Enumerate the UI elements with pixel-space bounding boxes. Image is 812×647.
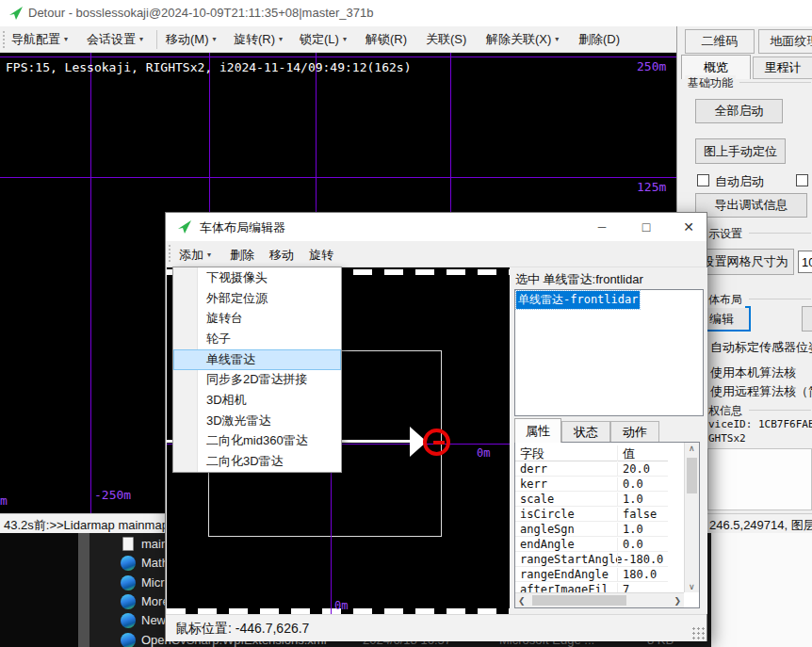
delete-button[interactable]: 删除 — [224, 245, 260, 265]
edge-browser-icon — [121, 575, 136, 590]
sensor-listbox[interactable]: 单线雷达-frontlidar — [514, 289, 704, 416]
rights-text: GHTSx2 — [708, 432, 746, 445]
map-label-neg250m: -250m — [94, 488, 131, 502]
tab-ground-texture[interactable]: 地面纹理导 — [758, 29, 812, 54]
statusbar-coords-text: 246.5,249714, 图层 — [709, 517, 812, 534]
listbox-selected-item[interactable]: 单线雷达-frontlidar — [516, 291, 640, 309]
caret-down-icon: ▾ — [207, 251, 211, 259]
minus-icon — [433, 441, 445, 445]
table-row[interactable]: kerr0.0 — [515, 477, 668, 492]
table-row[interactable]: derr20.0 — [515, 461, 668, 477]
resize-grip[interactable] — [691, 626, 705, 639]
gridline-h-250m — [0, 57, 676, 57]
menu-delete[interactable]: 删除(D) — [578, 31, 620, 48]
column-header: 值 — [617, 445, 635, 461]
start-all-button[interactable]: 全部启动 — [695, 99, 783, 123]
file-icon — [122, 537, 134, 551]
scrollbar-thumb[interactable] — [532, 595, 626, 606]
menu-item-wheel[interactable]: 轮子 — [173, 329, 341, 349]
scroll-left-icon[interactable]: ❮ — [518, 596, 526, 606]
menu-item-external-positioning[interactable]: 外部定位源 — [173, 288, 341, 309]
table-row[interactable]: rangeStartAngle-180.0 — [515, 552, 668, 567]
device-id-text: viceID: 1CB7F6FAB94 — [708, 418, 812, 430]
caret-down-icon: ▾ — [213, 35, 217, 43]
menu-item-2d-3d-lidar[interactable]: 二向化3D雷达 — [173, 451, 341, 472]
dialog-side-panel: 选中 单线雷达:frontlidar 单线雷达-frontlidar 属性 状态… — [510, 267, 707, 614]
remote-core-option[interactable]: 使用远程算法核（简 — [710, 383, 812, 400]
export-debug-button[interactable]: 导出调试信息 — [695, 193, 807, 218]
background-window-area — [711, 533, 812, 647]
close-button[interactable]: ✕ — [676, 216, 701, 238]
property-table[interactable]: 字段值 derr20.0 kerr0.0 scale1.0 isCirclefa… — [514, 442, 700, 608]
menu-nav-config[interactable]: 导航配置▾ — [11, 31, 68, 48]
table-row[interactable]: isCirclefalse — [515, 507, 668, 522]
menu-item-sync-2d-lidar[interactable]: 同步多2D雷达拼接 — [173, 370, 341, 391]
edge-browser-icon — [121, 556, 136, 571]
set-grid-size-button[interactable]: 设置网格尺寸为 — [696, 249, 794, 275]
selected-sensor-marker[interactable] — [423, 429, 450, 456]
map-hud-text: FPS:15, Lessokaji, RIGHTSx2, i2024-11-14… — [6, 60, 411, 74]
mouse-position-text: 鼠标位置: -446.7,626.7 — [175, 621, 309, 638]
scroll-up-icon[interactable]: ∧ — [689, 444, 695, 453]
statusbar-log-text: 43.2s前:>>Lidarmap mainmap — [4, 517, 169, 534]
menu-item-mid360-lidar[interactable]: 二向化mid360雷达 — [173, 431, 341, 452]
add-dropdown-menu: 下视摄像头 外部定位源 旋转台 轮子 单线雷达 同步多2D雷达拼接 3D相机 3… — [172, 267, 342, 473]
app-titlebar: Detour - bosslessokaji@2024-10-09T21:11:… — [0, 0, 812, 26]
axis-label-0m: 0m — [477, 446, 490, 460]
menu-item-3d-camera[interactable]: 3D相机 — [173, 390, 341, 411]
caret-down-icon: ▾ — [555, 35, 559, 43]
menu-unlock[interactable]: 解锁(R) — [365, 31, 407, 48]
menu-rotate[interactable]: 旋转(R)▾ — [234, 31, 283, 48]
scroll-right-icon[interactable]: ❯ — [674, 596, 681, 606]
column-header: 字段 — [520, 445, 544, 462]
scrollbar-thumb[interactable] — [687, 458, 697, 493]
table-vertical-scrollbar[interactable]: ∧ ∨ — [684, 443, 699, 592]
auto-start-label: 自动启动 — [715, 173, 764, 190]
tab-state[interactable]: 状态 — [561, 421, 610, 443]
menu-move[interactable]: 移动(M)▾ — [166, 31, 217, 48]
rotate-button[interactable]: 旋转 — [303, 245, 339, 265]
partial-button[interactable] — [802, 306, 812, 332]
menu-lock[interactable]: 锁定(L)▾ — [300, 31, 347, 48]
local-core-option[interactable]: 使用本机算法核 — [710, 364, 796, 381]
menu-link[interactable]: 关联(S) — [426, 31, 466, 48]
auto-start-checkbox[interactable] — [697, 174, 709, 186]
move-button[interactable]: 移动 — [264, 245, 300, 265]
tab-properties[interactable]: 属性 — [514, 418, 561, 443]
table-row[interactable]: angleSgn1.0 — [515, 522, 668, 537]
dialog-titlebar[interactable]: 车体布局编辑器 ─ □ ✕ — [166, 213, 706, 241]
table-row[interactable]: endAngle0.0 — [515, 537, 668, 552]
map-label-250m: 250m — [637, 59, 666, 73]
scroll-down-icon[interactable]: ∨ — [689, 582, 695, 591]
dialog-logo-icon — [177, 219, 192, 235]
manual-locate-button[interactable]: 图上手动定位 — [695, 138, 786, 164]
group-display-label: 示设置 — [706, 226, 745, 242]
second-checkbox[interactable] — [796, 174, 808, 186]
toolbar-grip[interactable] — [169, 245, 171, 262]
menu-item-single-line-lidar[interactable]: 单线雷达 — [173, 349, 341, 370]
maximize-button[interactable]: □ — [634, 216, 658, 238]
menu-item-3d-laser-lidar[interactable]: 3D激光雷达 — [173, 411, 341, 431]
panel-blank-area — [707, 448, 812, 510]
gridline-v — [90, 53, 91, 513]
auto-calibrate-label[interactable]: 自动标定传感器位姿 — [710, 339, 812, 356]
grid-size-input[interactable] — [798, 251, 812, 273]
menu-unlink[interactable]: 解除关联(X)▾ — [486, 31, 559, 48]
table-row[interactable]: rangeEndAngle180.0 — [515, 567, 668, 582]
explorer-scrollbar[interactable] — [78, 533, 89, 647]
tab-odometer[interactable]: 里程计 — [753, 57, 812, 79]
tab-qrcode[interactable]: 二维码 — [685, 29, 755, 54]
toolbar-grip[interactable] — [3, 31, 5, 48]
table-horizontal-scrollbar[interactable]: ❮ ❯ — [515, 592, 684, 607]
group-line — [749, 299, 811, 299]
menu-item-turntable[interactable]: 旋转台 — [173, 308, 341, 329]
menu-item-down-camera[interactable]: 下视摄像头 — [173, 267, 341, 288]
main-menubar: 导航配置▾ 会话设置▾ 移动(M)▾ 旋转(R)▾ 锁定(L)▾ 解锁(R) 关… — [0, 26, 676, 53]
minimize-button[interactable]: ─ — [590, 216, 614, 238]
tab-actions[interactable]: 动作 — [610, 421, 659, 443]
table-row[interactable]: scale1.0 — [515, 492, 668, 507]
add-button[interactable]: 添加▾ — [173, 245, 217, 265]
menu-session-settings[interactable]: 会话设置▾ — [87, 31, 143, 48]
group-line — [739, 82, 811, 83]
caret-down-icon: ▾ — [343, 35, 347, 43]
